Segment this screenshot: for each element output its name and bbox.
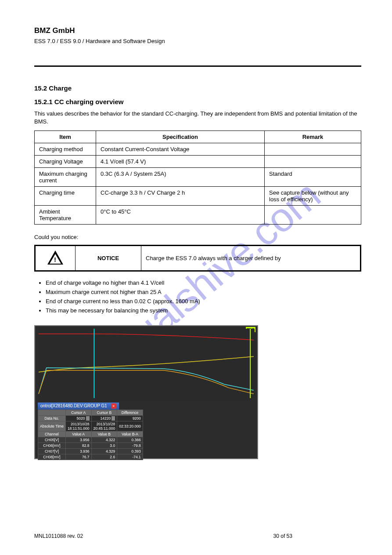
cell: 9200 (117, 415, 143, 421)
list-item: End of charge current no less than 0.02 … (46, 298, 361, 305)
cell: 3.956 (65, 437, 91, 443)
table-row: CH08[mV] 76.7 2.6 -74.1 (38, 454, 143, 460)
series-ch06 (39, 368, 254, 394)
cell-item: Ambient Temperature (35, 206, 96, 225)
cell-spec: CC-charge 3.3 h / CV Charge 2 h (96, 187, 265, 206)
table-row: Ambient Temperature 0°C to 45°C (35, 206, 361, 225)
page-number: 30 of 53 (273, 533, 292, 539)
cell: 76.7 (65, 454, 91, 460)
list-item: This may be necessary for balancing the … (46, 307, 361, 314)
bullet-list: End of charge voltage no higher than 4.1… (34, 279, 361, 314)
table-row: Charging Voltage 4.1 V/cell (57.4 V) (35, 156, 361, 168)
cell-item: Maximum charging current (35, 168, 96, 187)
cell: 14220 (91, 415, 117, 421)
table-row: Charging time CC-charge 3.3 h / CV Charg… (35, 187, 361, 206)
th-diff: Difference (117, 410, 143, 415)
cell: -74.1 (117, 454, 143, 460)
th-item: Item (35, 131, 96, 143)
list-item: End of charge voltage no higher than 4.1… (46, 279, 361, 286)
th-blank (38, 410, 66, 415)
data-window-title-text: ontrol[X2816480.DEV:GROUP G1 (40, 403, 107, 408)
cell-item: Charging Voltage (35, 156, 96, 168)
cell-item: Charging time (35, 187, 96, 206)
th-spec: Specification (96, 131, 265, 143)
th-channel: Channel (38, 432, 66, 437)
cell: 4.329 (91, 449, 117, 454)
chart-capture: TRG ontrol[X2816480.DEV:GROUP G1 × (34, 325, 258, 459)
table-header-row: Item Specification Remark (35, 131, 361, 143)
row-label: CH05[V] (38, 437, 66, 443)
table-row: Absolute Time 2013/10/28 18:11:51.000 20… (38, 421, 143, 432)
close-icon[interactable]: × (111, 403, 116, 409)
cell: -79.8 (117, 443, 143, 449)
cell: 2013/10/28 18:11:51.000 (65, 421, 91, 432)
table-header-row: Channel Value A Value B Value B-A (38, 432, 143, 437)
series-ch08 (39, 370, 254, 393)
cursor-data-table: Cursor A Cursor B Difference Data No. 50… (38, 410, 143, 461)
table-row: CH07[V] 3.936 4.329 0.393 (38, 449, 143, 454)
spec-table: Item Specification Remark Charging metho… (34, 131, 361, 225)
page-content: BMZ GmbH ESS 7.0 / ESS 9.0 / Hardware an… (0, 0, 392, 477)
cell: 3.0 (91, 443, 117, 449)
spinner-icon[interactable] (86, 416, 90, 421)
row-label: CH07[V] (38, 449, 66, 454)
footer: MNL1011088 rev. 02 30 of 53 (34, 533, 292, 539)
th-value-ba: Value B-A (117, 432, 143, 437)
brand: BMZ GmbH (34, 26, 361, 35)
notice-label: NOTICE (76, 245, 141, 271)
data-window-title: ontrol[X2816480.DEV:GROUP G1 × (38, 403, 119, 410)
notice-table: ! NOTICE Charge the ESS 7.0 always with … (34, 245, 361, 272)
table-row: Data No. 5020 14220 9200 (38, 415, 143, 421)
cell-remark (265, 143, 361, 156)
spinner-icon[interactable] (111, 416, 115, 421)
cell: 2013/10/28 20:45:11.000 (91, 421, 117, 432)
notice-icon-cell: ! (35, 245, 76, 271)
table-row: Maximum charging current 0.3C (6.3 A / S… (35, 168, 361, 187)
table-header-row: Cursor A Cursor B Difference (38, 410, 143, 415)
th-value-b: Value B (91, 432, 117, 437)
th-cursor-b: Cursor B (91, 410, 117, 415)
cell: 82.8 (65, 443, 91, 449)
cell-remark: Standard (265, 168, 361, 187)
series-ch07 (39, 356, 254, 372)
th-cursor-a: Cursor A (65, 410, 91, 415)
subsection-title: 15.2.1 CC charging overview (34, 98, 361, 105)
cell-remark (265, 206, 361, 225)
cell-remark (265, 156, 361, 168)
cell-item: Charging method (35, 143, 96, 156)
table-row: CH06[mV] 82.8 3.0 -79.8 (38, 443, 143, 449)
intro-paragraph: This values describes the behavior for t… (34, 110, 361, 125)
revision: MNL1011088 rev. 02 (34, 533, 83, 539)
cell: 0.393 (117, 449, 143, 454)
cell: 3.936 (65, 449, 91, 454)
row-label: Absolute Time (38, 421, 66, 432)
cell-spec: 0.3C (6.3 A / System 25A) (96, 168, 265, 187)
docline: ESS 7.0 / ESS 9.0 / Hardware and Softwar… (34, 38, 361, 44)
section-title: 15.2 Charge (34, 84, 361, 92)
th-remark: Remark (265, 131, 361, 143)
row-label: CH08[mV] (38, 454, 66, 460)
cell: 2.6 (91, 454, 117, 460)
list-item: Maximum charge current not higher than 2… (46, 289, 361, 295)
chart-plot-area (38, 329, 255, 399)
th-value-a: Value A (65, 432, 91, 437)
table-row: Charging method Constant Current-Constan… (35, 143, 361, 156)
notice-text: Charge the ESS 7.0 always with a charger… (141, 245, 361, 271)
row-label: CH06[mV] (38, 443, 66, 449)
notice-title: Could you notice: (34, 233, 361, 241)
cell: 4.322 (91, 437, 117, 443)
warning-triangle-icon: ! (47, 250, 63, 265)
cell: 5020 (65, 415, 91, 421)
cell-spec: 0°C to 45°C (96, 206, 265, 225)
row-label: Data No. (38, 415, 66, 421)
cell-spec: Constant Current-Constant Voltage (96, 143, 265, 156)
cell: 02:33:20.000 (117, 421, 143, 432)
chart-svg (38, 329, 255, 398)
table-row: CH05[V] 3.956 4.322 0.366 (38, 437, 143, 443)
cell-remark: See capture below (without any loss of e… (265, 187, 361, 206)
cell: 0.366 (117, 437, 143, 443)
cell-spec: 4.1 V/cell (57.4 V) (96, 156, 265, 168)
series-ch05 (39, 334, 254, 340)
header-rule (34, 65, 361, 67)
